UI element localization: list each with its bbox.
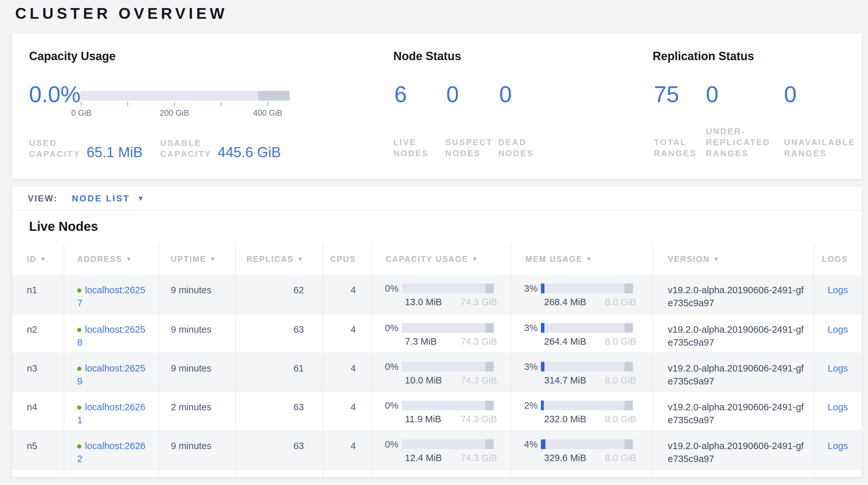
mem-bar [541,362,633,372]
table-row: n1 localhost:26257 9 minutes 62 4 0% 13.… [12,275,862,314]
mem-usage-cell: 3% 314.7 MiB8.0 GiB [510,353,652,392]
unavailable-ranges-label: UNAVAILABLE RANGES [784,137,856,159]
logs-link[interactable]: Logs [828,441,848,451]
column-header-version[interactable]: VERSION▼ [652,243,813,275]
node-id: n5 [12,431,64,469]
node-cpus: 4 [322,392,371,430]
sort-desc-icon: ▼ [298,256,304,262]
mem-percent-label: 3% [511,284,541,293]
column-header-address[interactable]: ADDRESS▼ [64,243,159,275]
capacity-bar [402,284,494,293]
capacity-bar [402,401,494,410]
node-cpus: 4 [322,431,371,469]
partial-table-row [12,469,862,477]
replication-status-heading: Replication Status [653,50,754,63]
mem-usage-cell: 3% 264.4 MiB8.0 GiB [510,315,652,353]
node-replicas: 62 [235,275,322,314]
capacity-usage-bar: 0 GiB 200 GiB 400 GiB [80,91,290,101]
node-address-link[interactable]: localhost:26261 [77,402,145,425]
node-address-link[interactable]: localhost:26259 [77,363,145,387]
column-header-logs: LOGS [813,243,862,275]
table-header-row: ID▼ ADDRESS▼ UPTIME▼ REPLICAS▼ CPUS CAPA… [12,243,862,275]
node-replicas: 63 [235,392,322,430]
capacity-bar [402,323,494,333]
logs-link[interactable]: Logs [828,402,848,412]
logs-cell: Logs [813,353,862,392]
live-nodes-section: Live Nodes [12,211,862,243]
node-address-link[interactable]: localhost:26257 [77,285,145,308]
table-row: n3 localhost:26259 9 minutes 61 4 0% 10.… [12,353,862,392]
column-header-id[interactable]: ID▼ [12,243,64,275]
node-replicas: 61 [235,353,322,392]
node-live-dot-icon [77,444,82,449]
node-address-cell: localhost:26257 [64,275,159,314]
view-label: VIEW: [28,194,58,204]
capacity-usage-cell: 0% 10.0 MiB74.3 GiB [371,353,510,392]
logs-cell: Logs [813,392,862,430]
logs-cell: Logs [813,315,862,353]
column-header-mem-usage[interactable]: MEM USAGE▼ [510,243,652,275]
usable-capacity-value: 445.6 GiB [218,145,281,160]
node-cpus: 4 [322,275,371,314]
unavailable-ranges-count: 0 [784,82,797,107]
total-ranges-label: TOTAL RANGES [654,137,696,159]
mem-usage-cell: 3% 268.4 MiB8.0 GiB [510,275,652,314]
node-address-link[interactable]: localhost:26258 [77,324,145,348]
node-address-link[interactable]: localhost:26262 [77,441,145,464]
node-version-cell: v19.2.0-alpha.20190606-2491-gfe735c9a97 [652,353,813,392]
node-live-dot-icon [77,405,82,410]
capacity-usage-cell: 0% 11.9 MiB74.3 GiB [371,392,510,430]
mem-usage-cell: 2% 232.0 MiB8.0 GiB [510,392,652,430]
suspect-nodes-count: 0 [446,82,459,107]
column-header-capacity-usage[interactable]: CAPACITY USAGE▼ [371,243,510,275]
sort-desc-icon: ▼ [126,256,132,262]
node-version-cell: v19.2.0-alpha.20190606-2491-gfe735c9a97 [652,275,813,314]
mem-total-value: 8.0 GiB [605,295,636,309]
node-address-cell: localhost:26259 [64,353,159,392]
table-row: n5 localhost:26262 9 minutes 63 4 0% 12.… [12,430,862,469]
sort-desc-icon: ▼ [586,256,593,262]
used-capacity-stat: USED CAPACITY 65.1 MiB [29,137,143,160]
mem-bar [541,323,633,333]
logs-cell: Logs [813,431,862,469]
node-uptime: 9 minutes [159,353,235,392]
node-cpus: 4 [322,353,371,392]
logs-link[interactable]: Logs [828,285,848,295]
logs-link[interactable]: Logs [828,324,848,335]
live-nodes-label: LIVE NODES [393,137,429,159]
capacity-bar [402,362,494,372]
axis-tick [268,102,268,106]
view-selected-value[interactable]: NODE LIST [72,194,130,204]
sort-desc-icon: ▼ [40,256,46,262]
live-nodes-count: 6 [394,82,407,107]
node-id: n1 [12,275,64,314]
cluster-overview-page: CLUSTER OVERVIEW Capacity Usage 0.0% 0 G… [0,0,868,485]
logs-link[interactable]: Logs [828,363,848,373]
mem-used-value: 268.4 MiB [544,295,586,309]
view-selector-dropdown[interactable]: NODE LIST ▼ [72,194,144,204]
axis-label-0: 0 GiB [71,108,92,118]
capacity-usage-cell: 0% 7.3 MiB74.3 GiB [371,315,510,353]
dead-nodes-count: 0 [499,82,512,107]
chevron-down-icon[interactable]: ▼ [137,194,144,203]
node-uptime: 9 minutes [159,315,235,353]
capacity-percent: 0.0% [29,82,81,107]
live-nodes-heading: Live Nodes [29,219,862,234]
mem-bar [541,401,633,410]
node-version-cell: v19.2.0-alpha.20190606-2491-gfe735c9a97 [652,431,813,469]
node-address-cell: localhost:26262 [64,431,159,469]
column-header-replicas[interactable]: REPLICAS▼ [235,243,322,275]
view-bar: VIEW: NODE LIST ▼ [12,187,862,211]
summary-card: Capacity Usage 0.0% 0 GiB 200 GiB 400 Gi… [12,33,862,179]
logs-cell: Logs [813,275,862,314]
mem-usage-cell: 4% 329.6 MiB8.0 GiB [510,431,652,469]
node-list-card: VIEW: NODE LIST ▼ Live Nodes ID▼ ADDRESS… [12,187,862,477]
node-id: n4 [12,392,64,430]
column-header-cpus: CPUS [322,243,371,275]
node-replicas: 63 [235,315,322,353]
used-capacity-value: 65.1 MiB [87,145,143,160]
capacity-usage-cell: 0% 13.0 MiB74.3 GiB [371,275,510,314]
column-header-uptime[interactable]: UPTIME▼ [159,243,235,275]
axis-tick [81,102,82,106]
node-address-cell: localhost:26258 [64,315,159,353]
